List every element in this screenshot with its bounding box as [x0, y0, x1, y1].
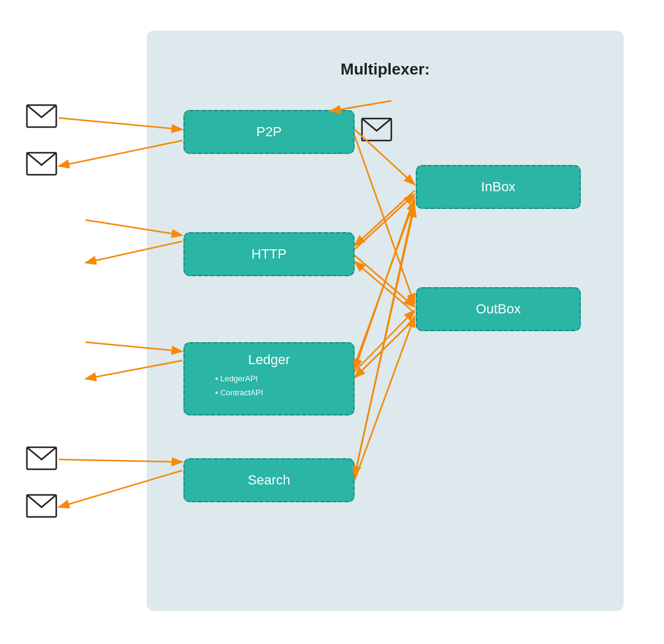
svg-line-9 [355, 194, 415, 249]
svg-line-16 [355, 262, 415, 313]
svg-line-19 [355, 202, 415, 477]
ledger-api-item: LedgerAPI [215, 371, 353, 386]
mail-icon-p2p [361, 117, 393, 142]
svg-line-13 [355, 207, 415, 475]
p2p-box: P2P [183, 110, 355, 154]
inbox-box: InBox [416, 165, 581, 209]
svg-line-10 [355, 255, 415, 307]
svg-line-11 [355, 200, 415, 365]
multiplexer-diagram: Multiplexer: P2P HTTP Ledger LedgerAPI C… [147, 31, 624, 611]
ledger-box: Ledger LedgerAPI ContractAPI [183, 342, 355, 415]
svg-line-14 [355, 317, 415, 480]
svg-line-8 [355, 136, 415, 304]
svg-line-17 [355, 197, 415, 370]
search-box: Search [183, 458, 355, 502]
diagram-title: Multiplexer: [147, 60, 624, 79]
outbox-box: OutBox [416, 287, 581, 331]
svg-line-12 [355, 310, 415, 371]
mail-icon-1 [26, 104, 57, 128]
mail-icon-3 [26, 446, 57, 470]
mail-icon-4 [26, 494, 57, 518]
http-box: HTTP [183, 232, 355, 276]
contract-api-item: ContractAPI [215, 386, 353, 400]
mail-icon-2 [26, 152, 57, 176]
ledger-items-list: LedgerAPI ContractAPI [185, 371, 353, 400]
svg-line-18 [355, 319, 415, 378]
svg-line-15 [355, 191, 415, 246]
